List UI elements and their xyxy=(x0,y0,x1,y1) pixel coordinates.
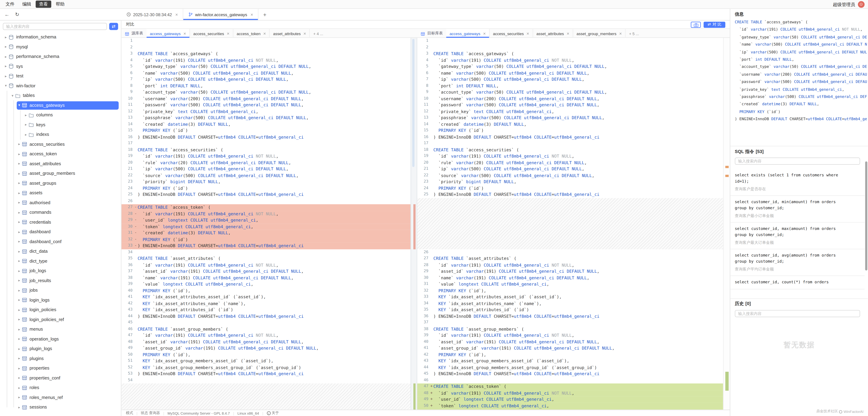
diff-line[interactable]: 29- `user_id` longtext COLLATE utf8mb4_g… xyxy=(122,217,411,223)
diff-line[interactable]: 6 `name` varchar(500) COLLATE utf8mb4_ge… xyxy=(417,70,723,76)
diff-line[interactable]: 50 PRIMARY KEY (`id`), xyxy=(122,351,411,358)
pane-tab[interactable]: access_securities× xyxy=(190,29,233,38)
user-avatar[interactable]: ☺ xyxy=(858,1,865,8)
diff-line[interactable]: 30- `token` longtext COLLATE utf8mb4_gen… xyxy=(122,223,411,230)
tree-item-asset_groups[interactable]: ▸asset_groups xyxy=(0,178,121,188)
diff-line[interactable]: 5 `gateway_type` varchar(50) COLLATE utf… xyxy=(122,64,411,70)
tree-item-plugins[interactable]: ▸plugins xyxy=(0,354,121,363)
diff-line[interactable]: 48 `asset_id` varchar(191) COLLATE utf8m… xyxy=(122,339,411,345)
back-icon[interactable]: ← xyxy=(4,12,9,17)
diff-line[interactable]: 24 PRIMARY KEY (`id`) xyxy=(122,185,411,192)
tree-item-dict_type[interactable]: ▸dict_type xyxy=(0,256,121,266)
diff-line[interactable]: 16) ENGINE=InnoDB DEFAULT CHARSET=utf8mb… xyxy=(417,134,723,140)
diff-line[interactable]: 49+ `user_id` longtext COLLATE utf8mb4_g… xyxy=(417,396,723,403)
sql-command-item[interactable]: select customer_id, avg(amount) from ord… xyxy=(730,249,865,276)
menu-item[interactable]: 查看 xyxy=(36,1,51,8)
diff-line[interactable]: 39 `id` varchar(191) COLLATE utf8mb4_gen… xyxy=(417,332,723,339)
tree-item-assets[interactable]: ▸assets xyxy=(0,188,121,198)
tree-item-job_logs[interactable]: ▸job_logs xyxy=(0,266,121,276)
diff-line[interactable]: 42 KEY `idx_asset_attributes_name` (`nam… xyxy=(122,300,411,307)
diff-line[interactable]: 48+ `id` varchar(191) COLLATE utf8mb4_ge… xyxy=(417,390,723,396)
tree-item-dashboard[interactable]: ▸dashboard xyxy=(0,227,121,237)
tree-item-login_policies[interactable]: ▸login_policies xyxy=(0,305,121,315)
tree-item-indexs[interactable]: ▸indexs xyxy=(0,130,121,139)
diff-line[interactable]: 34 xyxy=(122,249,411,255)
diff-line[interactable]: 23 `priority` bigint DEFAULT NULL, xyxy=(122,179,411,185)
diff-line[interactable]: 1 xyxy=(417,38,723,44)
diff-line[interactable]: 51 KEY `idx_asset_group_members_asset_id… xyxy=(122,358,411,365)
tree-item-sessions[interactable]: ▸sessions xyxy=(0,403,121,412)
diff-line[interactable]: 39 `value` longtext COLLATE utf8mb4_gene… xyxy=(122,281,411,287)
sql-commands-search-input[interactable] xyxy=(735,158,860,165)
close-icon[interactable]: × xyxy=(227,31,229,36)
tree-item-login_logs[interactable]: ▸login_logs xyxy=(0,295,121,305)
compare-button[interactable]: ⇄ 对 比 xyxy=(704,22,725,28)
diff-line[interactable]: 6 `name` varchar(500) COLLATE utf8mb4_ge… xyxy=(122,70,411,76)
tree-item-sys[interactable]: ▸sys xyxy=(0,62,121,71)
diff-line[interactable]: 14 `created` datetime(3) DEFAULT NULL, xyxy=(417,121,723,128)
diff-line[interactable]: 38 `name` varchar(191) COLLATE utf8mb4_g… xyxy=(122,275,411,281)
diff-line[interactable]: 43 KEY `idx_asset_group_members_asset_id… xyxy=(417,358,723,365)
diff-line[interactable]: 10 `username` varchar(200) COLLATE utf8m… xyxy=(122,96,411,102)
close-icon[interactable]: × xyxy=(264,31,266,36)
diff-line[interactable]: 46 xyxy=(417,377,723,383)
history-search-input[interactable] xyxy=(735,310,860,317)
sql-command-item[interactable]: select customer_id, max(amount) from ord… xyxy=(730,222,865,249)
diff-line[interactable]: 3CREATE TABLE `access_gateways` ( xyxy=(417,50,723,57)
diff-line[interactable]: 2 xyxy=(417,44,723,50)
tree-item-authorised[interactable]: ▸authorised xyxy=(0,198,121,208)
diff-line[interactable]: 22 `source` varchar(500) COLLATE utf8mb4… xyxy=(122,172,411,179)
pane-tab[interactable]: asset_attributes× xyxy=(533,29,573,38)
tree-item-asset_attributes[interactable]: ▸asset_attributes xyxy=(0,159,121,169)
target-diff-editor[interactable]: 123CREATE TABLE `access_gateways` (4 `id… xyxy=(417,38,723,410)
diff-line[interactable]: 12 `private_key` text COLLATE utf8mb4_ge… xyxy=(417,108,723,115)
diff-line[interactable]: 32- PRIMARY KEY (`id`) xyxy=(122,236,411,243)
diff-line[interactable]: 11 `password` varchar(500) COLLATE utf8m… xyxy=(417,102,723,108)
close-icon[interactable]: × xyxy=(483,31,486,36)
diff-line[interactable]: 36) ENGINE=InnoDB DEFAULT CHARSET=utf8mb… xyxy=(417,313,723,319)
diff-line[interactable]: 31 `value` longtext COLLATE utf8mb4_gene… xyxy=(417,281,723,287)
about-button[interactable]: i 关于 xyxy=(267,411,279,416)
tree-item-job_results[interactable]: ▸job_results xyxy=(0,276,121,285)
diff-line[interactable]: 40 `asset_id` varchar(191) COLLATE utf8m… xyxy=(417,339,723,345)
compare-toggle-button[interactable]: ⇄ xyxy=(109,23,118,30)
diff-line[interactable]: 19 `id` varchar(191) COLLATE utf8mb4_gen… xyxy=(122,153,411,160)
close-icon[interactable]: × xyxy=(567,31,569,36)
diff-line[interactable]: 2 xyxy=(122,44,411,50)
tree-item-access_gateways[interactable]: ▾access_gateways xyxy=(0,101,121,110)
diff-line[interactable]: 34 KEY `idx_asset_attributes_name` (`nam… xyxy=(417,300,723,307)
diff-line[interactable]: 25) ENGINE=InnoDB DEFAULT CHARSET=utf8mb… xyxy=(417,192,723,198)
diff-line[interactable]: 23 `priority` bigint DEFAULT NULL, xyxy=(417,179,723,185)
tree-item-operation_logs[interactable]: ▸operation_logs xyxy=(0,334,121,344)
diff-line[interactable]: 22 `source` varchar(500) COLLATE utf8mb4… xyxy=(417,172,723,179)
diff-line[interactable]: 1 xyxy=(122,38,411,44)
tree-item-dashboard_conf[interactable]: ▸dashboard_conf xyxy=(0,237,121,247)
diff-line[interactable]: 35CREATE TABLE `asset_attributes` ( xyxy=(122,255,411,262)
pane-tab[interactable]: asset_attributes× xyxy=(270,29,310,38)
diff-line[interactable]: 44 KEY `idx_asset_group_members_asset_gr… xyxy=(417,364,723,371)
tree-item-mysql[interactable]: ▸mysql xyxy=(0,42,121,52)
diff-line[interactable]: 26 xyxy=(122,198,411,204)
diff-line[interactable]: 33-) ENGINE=InnoDB DEFAULT CHARSET=utf8m… xyxy=(122,243,411,249)
scrollbar-thumb[interactable] xyxy=(865,162,867,271)
footer-brand[interactable]: 鼎金技术社区 WinFactorAI xyxy=(816,409,864,414)
diff-line[interactable]: 17 xyxy=(122,140,411,147)
pane-tab[interactable]: access_securities× xyxy=(490,29,533,38)
diff-line[interactable]: 15 PRIMARY KEY (`id`) xyxy=(122,128,411,134)
diff-line[interactable]: 41 KEY `idx_asset_attributes_asset_id` (… xyxy=(122,294,411,300)
diff-line[interactable]: 5 `gateway_type` varchar(50) COLLATE utf… xyxy=(417,64,723,70)
diff-line[interactable]: 42 PRIMARY KEY (`id`), xyxy=(417,351,723,358)
diff-line[interactable]: 45 xyxy=(122,319,411,326)
diff-line[interactable]: 18CREATE TABLE `access_securities` ( xyxy=(122,147,411,153)
current-user-label[interactable]: 超级管理员 xyxy=(833,1,855,7)
diff-line[interactable]: 49 `asset_group_id` varchar(191) COLLATE… xyxy=(122,345,411,351)
close-icon[interactable]: × xyxy=(527,31,529,36)
sql-command-item[interactable]: select customer_id, min(amount) from ord… xyxy=(730,196,865,222)
diff-line[interactable]: 4 `id` varchar(191) COLLATE utf8mb4_gene… xyxy=(417,57,723,64)
tree-item-performance_schema[interactable]: ▸performance_schema xyxy=(0,52,121,62)
tree-item-properties_conf[interactable]: ▸properties_conf xyxy=(0,373,121,383)
diff-line[interactable]: 17 xyxy=(417,140,723,147)
diff-line[interactable]: 32 PRIMARY KEY (`id`), xyxy=(417,287,723,294)
diff-line[interactable]: 3CREATE TABLE `access_gateways` ( xyxy=(122,50,411,57)
tree-item-roles_menus_ref[interactable]: ▸roles_menus_ref xyxy=(0,393,121,403)
